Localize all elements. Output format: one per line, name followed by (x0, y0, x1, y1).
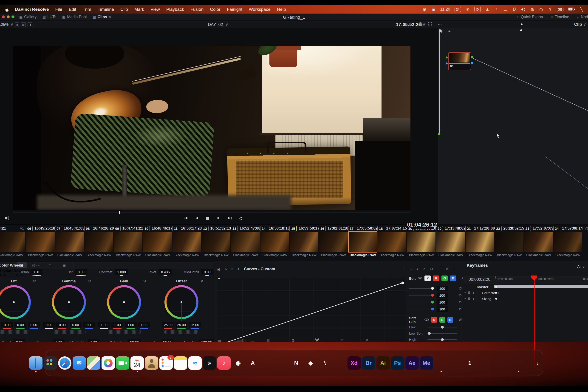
track-keyframe-icon[interactable]: ◆ (473, 298, 474, 300)
wheel-center-dot[interactable] (68, 301, 70, 303)
menu-fusion[interactable]: Fusion (190, 7, 203, 12)
wheel-center-dot[interactable] (180, 301, 182, 303)
dock-adobe-after-effects[interactable]: Ae (405, 356, 419, 370)
dock-launchpad[interactable] (44, 356, 57, 370)
node-editor-panel[interactable]: ✦ 01 (437, 28, 588, 224)
curve-point-icon[interactable]: ◉ (217, 267, 220, 271)
dock-notes[interactable] (174, 356, 187, 370)
track-lock-icon[interactable] (468, 291, 470, 294)
channel-slider-dot[interactable] (431, 287, 434, 290)
step-back-button[interactable] (194, 216, 199, 220)
wheel-reset-icon[interactable]: ↺ (143, 279, 146, 283)
scrub-playhead[interactable] (119, 211, 120, 214)
master-track-bar[interactable] (494, 285, 588, 288)
dock-figma[interactable] (333, 356, 346, 370)
node-key-output-port[interactable] (471, 62, 473, 64)
dock-messages[interactable] (275, 356, 288, 370)
menu-trim[interactable]: Trim (83, 7, 91, 12)
wheel-value[interactable]: 25.00 (162, 322, 174, 328)
adjust-value-middetail[interactable]: 0.00 (201, 269, 213, 274)
keyframe-ruler[interactable]: 00:00:02:20 00:00:00:00 00:00:03:02 00:0… (463, 276, 588, 284)
menu-help[interactable]: Help (277, 7, 286, 12)
menu-edit[interactable]: Edit (69, 7, 76, 12)
dock-adobe-media-encoder[interactable]: Me (420, 356, 433, 370)
keyframe-filter-dropdown[interactable]: All ∨ (577, 264, 585, 269)
clip-cell-partial[interactable]: 13:21 V1 Blackmagic RAW (0, 225, 25, 262)
menubar-clock[interactable]: 11:20 (440, 7, 450, 12)
dock-mail[interactable]: ✉ (72, 356, 86, 370)
clip-thumbnail[interactable] (436, 232, 465, 252)
pie-chart-icon[interactable]: ◔ (494, 7, 499, 12)
split-view-icon[interactable]: ▦ (21, 22, 26, 27)
clip-thumbnail[interactable] (55, 232, 84, 252)
clip-thumbnail[interactable] (143, 232, 172, 252)
mute-icon[interactable] (4, 216, 10, 221)
channel-value[interactable]: 100 (437, 292, 448, 298)
menu-view[interactable]: View (150, 7, 160, 12)
dock-capture-one[interactable]: 1 (463, 356, 477, 370)
clip-thumbnail[interactable] (378, 232, 406, 252)
track-enable-dot[interactable]: ● (465, 292, 466, 294)
menu-color[interactable]: Color (210, 7, 220, 12)
play-button[interactable] (216, 216, 221, 220)
toolbar-timeline-button[interactable]: ≡Timeline (551, 15, 569, 19)
clip-thumbnail[interactable] (84, 232, 113, 252)
wheel-center-dot[interactable] (123, 301, 125, 303)
wheel-value[interactable]: 0.00 (56, 322, 68, 328)
clip-thumbnail[interactable] (466, 232, 494, 252)
clip-thumbnail[interactable] (290, 232, 318, 252)
dock-downloads-folder[interactable]: ↓ (531, 356, 545, 370)
curve-reset-icon[interactable]: ↺ (236, 267, 239, 271)
curves-expand-icon[interactable] (438, 267, 441, 271)
screen-record-icon[interactable]: ▣ (431, 7, 436, 12)
keyframe-dot[interactable] (495, 286, 497, 288)
motion-effects-icon[interactable]: ▣ (59, 262, 69, 268)
dock-unarchiver[interactable] (512, 356, 525, 370)
channel-button-r[interactable]: R (433, 276, 439, 281)
keyboard-layout[interactable]: GB (557, 7, 564, 12)
battery-icon[interactable] (568, 7, 575, 12)
wheel-value[interactable]: 1.00 (111, 322, 123, 328)
adobe-cc-icon[interactable]: ◉ (422, 7, 427, 12)
curves-title[interactable]: Curves - Custom (244, 267, 275, 271)
video-frame[interactable] (13, 46, 411, 210)
track-keyframe-icon[interactable]: ◆ (473, 292, 474, 294)
dock-quicktime-player[interactable] (497, 356, 511, 370)
bluetooth-icon[interactable] (548, 7, 553, 12)
master-wheel-slider[interactable] (164, 330, 199, 334)
clip-thumbnail[interactable] (319, 232, 348, 252)
clip-cell-24[interactable]: 2417:57:08:14V1Blackmagic RAW (553, 225, 583, 262)
menu-playback[interactable]: Playback (166, 7, 184, 12)
adjust-value-contrast[interactable]: 1.000 (115, 269, 128, 274)
clip-cell-14[interactable]: 1416:58:18:16V1Blackmagic RAW (260, 225, 290, 262)
adjust-value-pivot[interactable]: 0.435 (158, 269, 172, 274)
clip-cell-06[interactable]: 0616:45:25:18V1Blackmagic RAW (26, 225, 55, 262)
viewer-options-icon[interactable]: ⋯ (438, 22, 442, 27)
curve-mode-icon[interactable]: ⊙ (430, 267, 433, 271)
master-wheel-slider[interactable] (52, 330, 86, 334)
clip-cell-12[interactable]: 1216:51:32:13V1Blackmagic RAW (202, 225, 231, 262)
dock-music[interactable]: ♪ (217, 356, 231, 370)
channel-value[interactable]: 100 (437, 286, 448, 291)
dock-apple-tv[interactable]: tv (203, 356, 216, 370)
dock-adobe-bridge[interactable]: Br (362, 356, 375, 370)
curve-mode-icon[interactable]: ◔ (403, 267, 405, 271)
wheel-value[interactable]: 25.00 (189, 322, 201, 328)
node-rgb-output-port[interactable] (471, 56, 473, 58)
channel-reset-icon[interactable]: ↺ (459, 286, 462, 291)
channel-reset-icon[interactable]: ↺ (459, 307, 462, 312)
ab-compare-icon[interactable]: ◨ (27, 22, 32, 27)
wheel-reset-icon[interactable]: ↺ (33, 279, 36, 283)
clip-cell-07[interactable]: 0716:45:41:03V1Blackmagic RAW (55, 225, 84, 262)
master-wheel-slider[interactable] (107, 330, 141, 334)
clip-cell-19[interactable]: 1917:09:59:20V1Blackmagic RAW (407, 225, 436, 262)
magnifier-icon[interactable]: ◌ (231, 267, 233, 271)
curve-mode-icon[interactable]: ◑ (410, 267, 412, 271)
clip-thumbnail[interactable] (202, 232, 231, 252)
menu-workspace[interactable]: Workspace (249, 7, 271, 12)
clip-thumbnail[interactable] (114, 232, 143, 252)
track-enable-dot[interactable]: ● (465, 298, 466, 300)
keyframe-track-master[interactable]: Master (463, 284, 588, 290)
clip-thumbnail[interactable] (260, 232, 289, 252)
adjust-value-temp[interactable]: 0.0 (31, 269, 42, 274)
